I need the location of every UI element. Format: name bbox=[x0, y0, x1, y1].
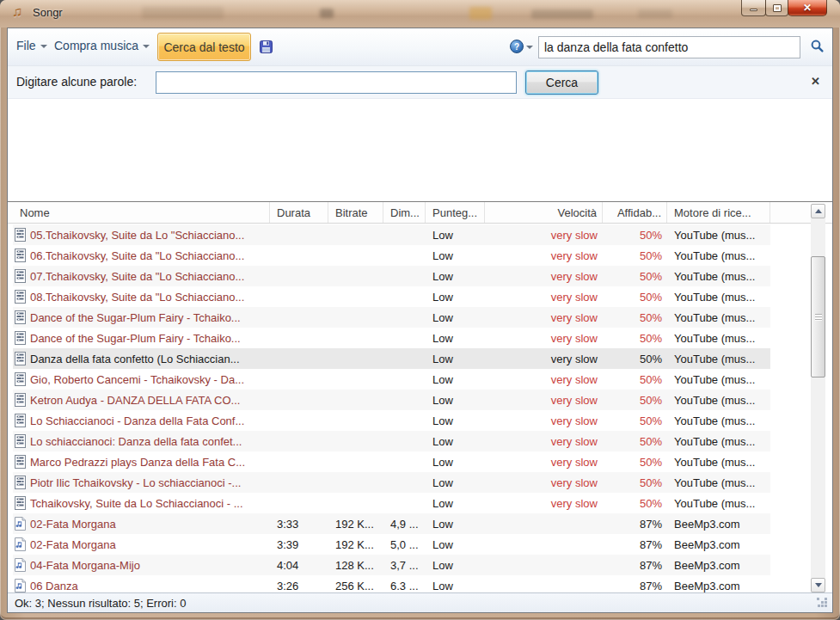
cell-affidabilita: 50% bbox=[603, 332, 667, 345]
table-row[interactable]: Lo schiaccianoci: Danza della fata confe… bbox=[13, 431, 770, 451]
audio-result-icon bbox=[15, 579, 26, 592]
column-header-bitrate[interactable]: Bitrate bbox=[328, 202, 383, 223]
search-panel-label: Digitare alcune parole: bbox=[16, 75, 137, 89]
cell-motore: YouTube (mus... bbox=[667, 249, 770, 262]
chevron-down-icon bbox=[143, 45, 150, 48]
cell-punteggio: Low bbox=[426, 497, 485, 510]
menu-compra-musica-label: Compra musica bbox=[54, 39, 138, 52]
cell-affidabilita: 50% bbox=[603, 476, 667, 489]
cell-motore: YouTube (mus... bbox=[667, 229, 770, 242]
cell-nome: 05.Tchaikovsky, Suite da Lo "Schiacciano… bbox=[13, 228, 270, 242]
result-name: 06 Danza bbox=[30, 580, 78, 592]
menu-file[interactable]: File bbox=[16, 39, 47, 52]
cell-nome: Lo Schiaccianoci - Danza della Fata Conf… bbox=[13, 414, 270, 427]
table-row[interactable]: Gio, Roberto Cancemi - Tchaikovsky - Da.… bbox=[13, 369, 770, 390]
close-icon: ✕ bbox=[803, 3, 812, 13]
table-row[interactable]: Marco Pedrazzi plays Danza della Fata C.… bbox=[13, 451, 770, 472]
glass-reflection bbox=[320, 9, 334, 18]
resize-grip[interactable] bbox=[817, 598, 828, 609]
result-name: Tchaikovsky, Suite da Lo Schiaccianoci -… bbox=[30, 497, 243, 510]
maximize-icon bbox=[773, 4, 782, 12]
column-header-dim[interactable]: Dim... bbox=[383, 202, 426, 223]
cell-punteggio: Low bbox=[426, 373, 485, 386]
table-row[interactable]: 06.Tchaikovsky, Suite da "Lo Schiacciano… bbox=[13, 245, 770, 266]
maximize-button[interactable] bbox=[765, 0, 788, 16]
vertical-scrollbar[interactable] bbox=[811, 204, 825, 592]
video-result-icon bbox=[15, 310, 26, 324]
cell-nome: 04-Fata Morgana-Mijo bbox=[13, 558, 270, 572]
titlebar[interactable]: ♫ Songr ✕ bbox=[0, 0, 840, 28]
scrollbar-track[interactable] bbox=[811, 218, 825, 578]
table-row[interactable]: 08.Tchaikovsky, Suite da "Lo Schiacciano… bbox=[13, 286, 770, 307]
column-header-durata[interactable]: Durata bbox=[270, 202, 328, 223]
keywords-input[interactable] bbox=[156, 71, 517, 94]
cell-nome: Danza della fata confetto (Lo Schiaccian… bbox=[13, 352, 270, 365]
scrollbar-thumb[interactable] bbox=[811, 256, 825, 378]
result-name: 07.Tchaikovsky, Suite da "Lo Schiacciano… bbox=[30, 270, 244, 283]
cell-nome: 02-Fata Morgana bbox=[13, 537, 270, 551]
cell-punteggio: Low bbox=[426, 435, 485, 448]
cell-motore: YouTube (mus... bbox=[667, 311, 770, 324]
menu-compra-musica[interactable]: Compra musica bbox=[54, 39, 150, 52]
cell-bitrate: 128 K... bbox=[328, 559, 383, 572]
cell-durata: 3:39 bbox=[270, 538, 328, 551]
search-icon[interactable] bbox=[810, 39, 825, 53]
result-name: Dance of the Sugar-Plum Fairy - Tchaiko.… bbox=[30, 332, 241, 345]
table-row[interactable]: 06 Danza3:26256 K...6.3 ...Low87%BeeMp3.… bbox=[13, 575, 770, 592]
cell-velocita: very slow bbox=[485, 270, 603, 283]
column-header-velocita[interactable]: Velocità bbox=[485, 202, 603, 223]
save-icon[interactable] bbox=[259, 40, 273, 54]
cell-velocita: very slow bbox=[485, 249, 603, 262]
grip-icon bbox=[815, 314, 822, 321]
table-row[interactable]: Dance of the Sugar-Plum Fairy - Tchaiko.… bbox=[13, 307, 770, 328]
video-result-icon bbox=[15, 434, 26, 448]
cell-punteggio: Low bbox=[426, 311, 485, 324]
table-row[interactable]: Lo Schiaccianoci - Danza della Fata Conf… bbox=[13, 410, 770, 431]
scroll-up-button[interactable] bbox=[811, 204, 825, 218]
table-row[interactable]: Danza della fata confetto (Lo Schiaccian… bbox=[13, 348, 770, 369]
help-menu[interactable]: ? bbox=[510, 40, 533, 53]
cell-durata: 3:33 bbox=[270, 518, 328, 531]
cell-nome: 06.Tchaikovsky, Suite da "Lo Schiacciano… bbox=[13, 249, 270, 262]
cell-affidabilita: 50% bbox=[603, 353, 667, 365]
column-header-motore[interactable]: Motore di rice... bbox=[667, 202, 770, 223]
close-button[interactable]: ✕ bbox=[788, 0, 827, 16]
column-header-punteggio[interactable]: Punteg... bbox=[426, 202, 485, 223]
status-bar: Ok: 3; Nessun risultato: 5; Errori: 0 bbox=[8, 592, 832, 612]
search-input[interactable] bbox=[538, 36, 800, 58]
cell-bitrate: 192 K... bbox=[328, 538, 383, 551]
cerca-button[interactable]: Cerca bbox=[525, 71, 598, 95]
cell-punteggio: Low bbox=[426, 332, 485, 345]
cerca-dal-testo-button[interactable]: Cerca dal testo bbox=[157, 33, 251, 61]
cell-nome: Piotr Ilic Tchaikovsky - Lo schiaccianoc… bbox=[13, 476, 270, 489]
table-row[interactable]: 04-Fata Morgana-Mijo4:04128 K...3,7 ...L… bbox=[13, 555, 770, 575]
chevron-down-icon bbox=[40, 45, 47, 48]
window-controls: ✕ bbox=[742, 0, 827, 16]
table-row[interactable]: 07.Tchaikovsky, Suite da "Lo Schiacciano… bbox=[13, 266, 770, 286]
video-result-icon bbox=[15, 269, 26, 283]
cell-motore: YouTube (mus... bbox=[667, 270, 770, 283]
table-row[interactable]: Tchaikovsky, Suite da Lo Schiaccianoci -… bbox=[13, 493, 770, 513]
cell-velocita: very slow bbox=[485, 373, 603, 386]
table-row[interactable]: 02-Fata Morgana3:33192 K...4,9 ...Low87%… bbox=[13, 513, 770, 534]
table-row[interactable]: 05.Tchaikovsky, Suite da Lo "Schiacciano… bbox=[13, 224, 770, 245]
minimize-button[interactable] bbox=[741, 0, 766, 16]
table-row[interactable]: Dance of the Sugar-Plum Fairy - Tchaiko.… bbox=[13, 328, 770, 348]
result-name: Gio, Roberto Cancemi - Tchaikovsky - Da.… bbox=[30, 373, 244, 386]
cell-motore: YouTube (mus... bbox=[667, 394, 770, 407]
cell-motore: BeeMp3.com bbox=[667, 518, 770, 531]
close-panel-icon[interactable]: ✕ bbox=[811, 75, 820, 88]
video-result-icon bbox=[15, 352, 26, 365]
table-row[interactable]: Ketron Audya - DANZA DELLA FATA CO...Low… bbox=[13, 390, 770, 410]
table-row[interactable]: 02-Fata Morgana3:39192 K...5,0 ...Low87%… bbox=[13, 534, 770, 555]
cell-motore: YouTube (mus... bbox=[667, 332, 770, 345]
scroll-down-button[interactable] bbox=[811, 578, 825, 592]
cell-punteggio: Low bbox=[426, 476, 485, 489]
column-header-affidabilita[interactable]: Affidab... bbox=[603, 202, 667, 223]
result-name: 06.Tchaikovsky, Suite da "Lo Schiacciano… bbox=[30, 249, 244, 262]
glass-reflection bbox=[531, 9, 593, 19]
table-row[interactable]: Piotr Ilic Tchaikovsky - Lo schiaccianoc… bbox=[13, 472, 770, 493]
video-result-icon bbox=[15, 228, 26, 242]
cell-velocita: very slow bbox=[485, 497, 603, 510]
column-header-nome[interactable]: Nome bbox=[13, 202, 270, 223]
